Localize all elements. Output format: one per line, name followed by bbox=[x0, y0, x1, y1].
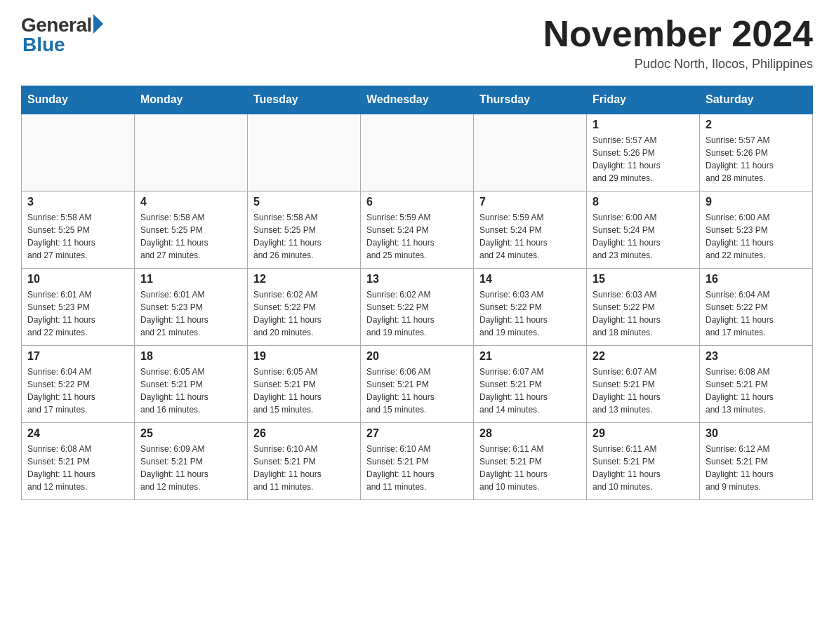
calendar-cell: 28Sunrise: 6:11 AM Sunset: 5:21 PM Dayli… bbox=[474, 422, 587, 499]
calendar-table: Sunday Monday Tuesday Wednesday Thursday… bbox=[21, 86, 813, 500]
col-wednesday: Wednesday bbox=[361, 86, 474, 114]
sun-info: Sunrise: 5:58 AM Sunset: 5:25 PM Dayligh… bbox=[27, 211, 128, 262]
day-number: 6 bbox=[366, 196, 468, 208]
calendar-row-3: 10Sunrise: 6:01 AM Sunset: 5:23 PM Dayli… bbox=[22, 268, 813, 345]
day-number: 22 bbox=[593, 350, 694, 363]
day-number: 28 bbox=[479, 427, 581, 440]
calendar-cell: 26Sunrise: 6:10 AM Sunset: 5:21 PM Dayli… bbox=[248, 422, 361, 499]
sun-info: Sunrise: 6:02 AM Sunset: 5:22 PM Dayligh… bbox=[253, 288, 355, 339]
calendar-cell: 6Sunrise: 5:59 AM Sunset: 5:24 PM Daylig… bbox=[361, 191, 474, 268]
col-saturday: Saturday bbox=[700, 86, 813, 114]
day-number: 11 bbox=[140, 273, 241, 286]
col-sunday: Sunday bbox=[22, 86, 135, 114]
sun-info: Sunrise: 6:03 AM Sunset: 5:22 PM Dayligh… bbox=[479, 288, 581, 339]
calendar-cell: 22Sunrise: 6:07 AM Sunset: 5:21 PM Dayli… bbox=[587, 345, 700, 422]
page-header: General Blue November 2024 Pudoc North, … bbox=[21, 14, 813, 72]
sun-info: Sunrise: 6:06 AM Sunset: 5:21 PM Dayligh… bbox=[366, 365, 468, 416]
sun-info: Sunrise: 5:57 AM Sunset: 5:26 PM Dayligh… bbox=[593, 134, 694, 185]
calendar-cell: 7Sunrise: 5:59 AM Sunset: 5:24 PM Daylig… bbox=[474, 191, 587, 268]
sun-info: Sunrise: 5:57 AM Sunset: 5:26 PM Dayligh… bbox=[706, 134, 807, 185]
day-number: 30 bbox=[706, 427, 807, 440]
sun-info: Sunrise: 6:11 AM Sunset: 5:21 PM Dayligh… bbox=[479, 443, 581, 493]
day-number: 2 bbox=[706, 119, 807, 131]
calendar-cell: 9Sunrise: 6:00 AM Sunset: 5:23 PM Daylig… bbox=[700, 191, 813, 268]
day-number: 19 bbox=[253, 350, 355, 363]
sun-info: Sunrise: 6:08 AM Sunset: 5:21 PM Dayligh… bbox=[706, 365, 807, 416]
sun-info: Sunrise: 5:58 AM Sunset: 5:25 PM Dayligh… bbox=[253, 211, 355, 262]
calendar-cell: 8Sunrise: 6:00 AM Sunset: 5:24 PM Daylig… bbox=[587, 191, 700, 268]
calendar-cell: 27Sunrise: 6:10 AM Sunset: 5:21 PM Dayli… bbox=[361, 422, 474, 499]
day-number: 4 bbox=[140, 196, 241, 208]
sun-info: Sunrise: 6:04 AM Sunset: 5:22 PM Dayligh… bbox=[27, 365, 128, 416]
sun-info: Sunrise: 6:04 AM Sunset: 5:22 PM Dayligh… bbox=[706, 288, 807, 339]
calendar-cell: 10Sunrise: 6:01 AM Sunset: 5:23 PM Dayli… bbox=[22, 268, 135, 345]
col-monday: Monday bbox=[135, 86, 248, 114]
day-number: 21 bbox=[479, 350, 581, 363]
calendar-header-row: Sunday Monday Tuesday Wednesday Thursday… bbox=[22, 86, 813, 114]
day-number: 24 bbox=[27, 427, 128, 440]
calendar-row-2: 3Sunrise: 5:58 AM Sunset: 5:25 PM Daylig… bbox=[22, 191, 813, 268]
calendar-cell: 30Sunrise: 6:12 AM Sunset: 5:21 PM Dayli… bbox=[700, 422, 813, 499]
logo-arrow-icon bbox=[93, 14, 103, 34]
sun-info: Sunrise: 6:10 AM Sunset: 5:21 PM Dayligh… bbox=[253, 443, 355, 493]
calendar-row-4: 17Sunrise: 6:04 AM Sunset: 5:22 PM Dayli… bbox=[22, 345, 813, 422]
calendar-cell: 12Sunrise: 6:02 AM Sunset: 5:22 PM Dayli… bbox=[248, 268, 361, 345]
day-number: 12 bbox=[253, 273, 355, 286]
day-number: 15 bbox=[593, 273, 694, 286]
sun-info: Sunrise: 6:00 AM Sunset: 5:23 PM Dayligh… bbox=[706, 211, 807, 262]
calendar-cell: 16Sunrise: 6:04 AM Sunset: 5:22 PM Dayli… bbox=[700, 268, 813, 345]
day-number: 8 bbox=[593, 196, 694, 208]
calendar-cell: 11Sunrise: 6:01 AM Sunset: 5:23 PM Dayli… bbox=[135, 268, 248, 345]
day-number: 10 bbox=[27, 273, 128, 286]
calendar-cell: 19Sunrise: 6:05 AM Sunset: 5:21 PM Dayli… bbox=[248, 345, 361, 422]
calendar-cell: 15Sunrise: 6:03 AM Sunset: 5:22 PM Dayli… bbox=[587, 268, 700, 345]
calendar-row-1: 1Sunrise: 5:57 AM Sunset: 5:26 PM Daylig… bbox=[22, 114, 813, 191]
sun-info: Sunrise: 6:05 AM Sunset: 5:21 PM Dayligh… bbox=[253, 365, 355, 416]
calendar-cell: 2Sunrise: 5:57 AM Sunset: 5:26 PM Daylig… bbox=[700, 114, 813, 191]
day-number: 3 bbox=[27, 196, 128, 208]
logo: General Blue bbox=[21, 14, 103, 56]
day-number: 29 bbox=[593, 427, 694, 440]
sun-info: Sunrise: 6:09 AM Sunset: 5:21 PM Dayligh… bbox=[140, 443, 241, 493]
sun-info: Sunrise: 5:59 AM Sunset: 5:24 PM Dayligh… bbox=[479, 211, 581, 262]
location-subtitle: Pudoc North, Ilocos, Philippines bbox=[543, 57, 813, 72]
calendar-row-5: 24Sunrise: 6:08 AM Sunset: 5:21 PM Dayli… bbox=[22, 422, 813, 499]
sun-info: Sunrise: 5:59 AM Sunset: 5:24 PM Dayligh… bbox=[366, 211, 468, 262]
calendar-cell: 14Sunrise: 6:03 AM Sunset: 5:22 PM Dayli… bbox=[474, 268, 587, 345]
sun-info: Sunrise: 6:12 AM Sunset: 5:21 PM Dayligh… bbox=[706, 443, 807, 493]
calendar-cell: 21Sunrise: 6:07 AM Sunset: 5:21 PM Dayli… bbox=[474, 345, 587, 422]
day-number: 13 bbox=[366, 273, 468, 286]
day-number: 14 bbox=[479, 273, 581, 286]
sun-info: Sunrise: 6:02 AM Sunset: 5:22 PM Dayligh… bbox=[366, 288, 468, 339]
day-number: 20 bbox=[366, 350, 468, 363]
month-year-title: November 2024 bbox=[543, 14, 813, 54]
calendar-cell: 29Sunrise: 6:11 AM Sunset: 5:21 PM Dayli… bbox=[587, 422, 700, 499]
calendar-cell: 5Sunrise: 5:58 AM Sunset: 5:25 PM Daylig… bbox=[248, 191, 361, 268]
title-section: November 2024 Pudoc North, Ilocos, Phili… bbox=[543, 14, 813, 72]
calendar-cell: 24Sunrise: 6:08 AM Sunset: 5:21 PM Dayli… bbox=[22, 422, 135, 499]
calendar-body: 1Sunrise: 5:57 AM Sunset: 5:26 PM Daylig… bbox=[22, 114, 813, 499]
day-number: 23 bbox=[706, 350, 807, 363]
sun-info: Sunrise: 6:05 AM Sunset: 5:21 PM Dayligh… bbox=[140, 365, 241, 416]
day-number: 9 bbox=[706, 196, 807, 208]
calendar-cell: 4Sunrise: 5:58 AM Sunset: 5:25 PM Daylig… bbox=[135, 191, 248, 268]
sun-info: Sunrise: 6:03 AM Sunset: 5:22 PM Dayligh… bbox=[593, 288, 694, 339]
day-number: 5 bbox=[253, 196, 355, 208]
calendar-cell: 25Sunrise: 6:09 AM Sunset: 5:21 PM Dayli… bbox=[135, 422, 248, 499]
sun-info: Sunrise: 6:08 AM Sunset: 5:21 PM Dayligh… bbox=[27, 443, 128, 493]
logo-blue-text: Blue bbox=[22, 34, 65, 56]
day-number: 17 bbox=[27, 350, 128, 363]
sun-info: Sunrise: 6:07 AM Sunset: 5:21 PM Dayligh… bbox=[593, 365, 694, 416]
calendar-cell: 20Sunrise: 6:06 AM Sunset: 5:21 PM Dayli… bbox=[361, 345, 474, 422]
sun-info: Sunrise: 6:07 AM Sunset: 5:21 PM Dayligh… bbox=[479, 365, 581, 416]
col-friday: Friday bbox=[587, 86, 700, 114]
calendar-cell bbox=[248, 114, 361, 191]
sun-info: Sunrise: 6:00 AM Sunset: 5:24 PM Dayligh… bbox=[593, 211, 694, 262]
day-number: 16 bbox=[706, 273, 807, 286]
day-number: 1 bbox=[593, 119, 694, 131]
day-number: 26 bbox=[253, 427, 355, 440]
calendar-cell: 1Sunrise: 5:57 AM Sunset: 5:26 PM Daylig… bbox=[587, 114, 700, 191]
calendar-cell: 17Sunrise: 6:04 AM Sunset: 5:22 PM Dayli… bbox=[22, 345, 135, 422]
sun-info: Sunrise: 6:01 AM Sunset: 5:23 PM Dayligh… bbox=[27, 288, 128, 339]
day-number: 7 bbox=[479, 196, 581, 208]
